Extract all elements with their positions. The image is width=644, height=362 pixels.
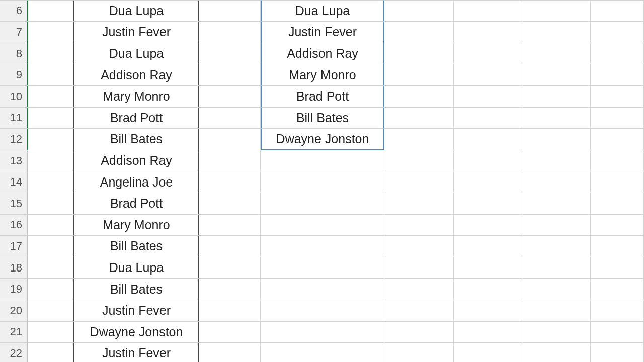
cell-b[interactable]	[28, 1, 74, 22]
cell-e[interactable]	[261, 343, 384, 362]
cell-empty[interactable]	[384, 64, 454, 86]
row-header[interactable]: 17	[0, 236, 28, 257]
row-header[interactable]: 19	[0, 279, 28, 300]
row-header[interactable]: 21	[0, 322, 28, 343]
cell-d[interactable]	[199, 257, 261, 279]
cell-empty[interactable]	[454, 108, 522, 129]
cell-empty[interactable]	[522, 150, 591, 172]
cell-empty[interactable]	[591, 108, 644, 129]
cell-empty[interactable]	[591, 129, 644, 150]
cell-d[interactable]	[199, 300, 261, 322]
cell-empty[interactable]	[384, 215, 454, 236]
cell-empty[interactable]	[522, 215, 591, 236]
cell-e[interactable]: Justin Fever	[261, 22, 384, 43]
cell-empty[interactable]	[384, 322, 454, 343]
row-header[interactable]: 10	[0, 86, 28, 108]
cell-empty[interactable]	[454, 300, 522, 322]
cell-c[interactable]: Brad Pott	[74, 193, 199, 215]
cell-c[interactable]: Justin Fever	[74, 300, 199, 322]
cell-empty[interactable]	[522, 22, 591, 43]
cell-c[interactable]: Dwayne Jonston	[74, 322, 199, 343]
cell-c[interactable]: Dua Lupa	[74, 257, 199, 279]
cell-empty[interactable]	[454, 1, 522, 22]
cell-e[interactable]	[261, 300, 384, 322]
cell-e[interactable]: Dwayne Jonston	[261, 129, 384, 150]
cell-b[interactable]	[28, 86, 74, 108]
cell-d[interactable]	[199, 1, 261, 22]
cell-empty[interactable]	[454, 171, 522, 193]
row-header[interactable]: 22	[0, 343, 28, 362]
cell-empty[interactable]	[384, 171, 454, 193]
cell-d[interactable]	[199, 129, 261, 150]
row-header[interactable]: 12	[0, 129, 28, 150]
cell-empty[interactable]	[454, 236, 522, 257]
cell-empty[interactable]	[454, 215, 522, 236]
cell-empty[interactable]	[522, 257, 591, 279]
cell-d[interactable]	[199, 322, 261, 343]
spreadsheet-grid[interactable]: 5Lianardo DeprioLianardo Deprio6Dua Lupa…	[0, 0, 644, 362]
cell-b[interactable]	[28, 43, 74, 65]
cell-empty[interactable]	[522, 1, 591, 22]
cell-b[interactable]	[28, 150, 74, 172]
cell-b[interactable]	[28, 64, 74, 86]
cell-empty[interactable]	[454, 322, 522, 343]
cell-b[interactable]	[28, 236, 74, 257]
cell-c[interactable]: Mary Monro	[74, 215, 199, 236]
cell-d[interactable]	[199, 343, 261, 362]
row-header[interactable]: 14	[0, 171, 28, 193]
cell-b[interactable]	[28, 300, 74, 322]
cell-e[interactable]: Addison Ray	[261, 43, 384, 65]
cell-empty[interactable]	[384, 193, 454, 215]
cell-empty[interactable]	[591, 257, 644, 279]
cell-c[interactable]: Justin Fever	[74, 22, 199, 43]
row-header[interactable]: 7	[0, 22, 28, 43]
cell-e[interactable]	[261, 322, 384, 343]
cell-e[interactable]: Dua Lupa	[261, 1, 384, 22]
cell-empty[interactable]	[522, 193, 591, 215]
cell-empty[interactable]	[454, 43, 522, 65]
row-header[interactable]: 11	[0, 108, 28, 129]
cell-d[interactable]	[199, 150, 261, 172]
cell-empty[interactable]	[522, 43, 591, 65]
cell-empty[interactable]	[522, 86, 591, 108]
cell-c[interactable]: Justin Fever	[74, 343, 199, 362]
cell-b[interactable]	[28, 215, 74, 236]
cell-c[interactable]: Dua Lupa	[74, 43, 199, 65]
cell-empty[interactable]	[591, 150, 644, 172]
row-header[interactable]: 16	[0, 215, 28, 236]
cell-b[interactable]	[28, 343, 74, 362]
cell-e[interactable]: Bill Bates	[261, 108, 384, 129]
cell-empty[interactable]	[522, 343, 591, 362]
cell-b[interactable]	[28, 322, 74, 343]
cell-empty[interactable]	[384, 257, 454, 279]
cell-c[interactable]: Bill Bates	[74, 236, 199, 257]
cell-empty[interactable]	[591, 322, 644, 343]
cell-b[interactable]	[28, 171, 74, 193]
cell-empty[interactable]	[522, 129, 591, 150]
cell-empty[interactable]	[522, 322, 591, 343]
cell-e[interactable]	[261, 236, 384, 257]
cell-empty[interactable]	[591, 86, 644, 108]
cell-d[interactable]	[199, 279, 261, 300]
cell-b[interactable]	[28, 193, 74, 215]
cell-empty[interactable]	[591, 43, 644, 65]
cell-c[interactable]: Mary Monro	[74, 86, 199, 108]
cell-empty[interactable]	[591, 22, 644, 43]
cell-empty[interactable]	[522, 171, 591, 193]
cell-empty[interactable]	[454, 193, 522, 215]
cell-empty[interactable]	[522, 64, 591, 86]
cell-d[interactable]	[199, 236, 261, 257]
cell-e[interactable]	[261, 150, 384, 172]
cell-e[interactable]: Mary Monro	[261, 64, 384, 86]
cell-empty[interactable]	[384, 108, 454, 129]
cell-e[interactable]	[261, 193, 384, 215]
cell-c[interactable]: Bill Bates	[74, 129, 199, 150]
cell-empty[interactable]	[454, 279, 522, 300]
cell-empty[interactable]	[454, 150, 522, 172]
cell-empty[interactable]	[454, 129, 522, 150]
cell-b[interactable]	[28, 22, 74, 43]
cell-b[interactable]	[28, 129, 74, 150]
cell-empty[interactable]	[522, 300, 591, 322]
cell-empty[interactable]	[384, 236, 454, 257]
cell-empty[interactable]	[384, 150, 454, 172]
